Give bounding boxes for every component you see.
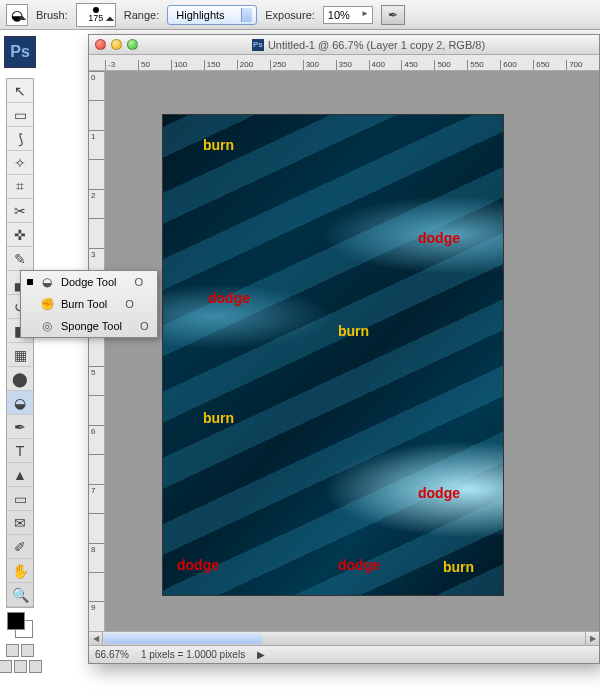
horizontal-scrollbar[interactable]: ◀ ▶ (89, 631, 599, 645)
ruler-tick: 650 (533, 60, 566, 70)
ruler-tick (89, 572, 104, 601)
ruler-tick: 1 (89, 130, 104, 159)
flyout-shortcut: O (125, 298, 134, 310)
edit-mode-quickmask[interactable] (21, 644, 34, 657)
magic-wand-tool[interactable]: ✧ (7, 151, 33, 175)
ps-logo: Ps (4, 36, 36, 68)
healing-brush-tool[interactable]: ✜ (7, 223, 33, 247)
vertical-ruler[interactable]: 0123456789 (89, 71, 105, 631)
screen-mode-2[interactable] (14, 660, 27, 673)
blur-tool[interactable]: ⬤ (7, 367, 33, 391)
ruler-tick: 8 (89, 543, 104, 572)
sponge-tool-item-icon: ◎ (39, 318, 55, 334)
range-dropdown[interactable]: Highlights (167, 5, 257, 25)
burn-annotation: burn (443, 559, 474, 575)
ruler-tick: 350 (336, 60, 369, 70)
move-tool[interactable]: ↖ (7, 79, 33, 103)
flyout-shortcut: O (140, 320, 149, 332)
notes-tool[interactable]: ✉ (7, 511, 33, 535)
crop-tool[interactable]: ⌗ (7, 175, 33, 199)
ruler-tick: 150 (204, 60, 237, 70)
shape-tool[interactable]: ▭ (7, 487, 33, 511)
options-bar: ◒ Brush: 175 Range: Highlights Exposure:… (0, 0, 600, 30)
document-title-text: Untitled-1 @ 66.7% (Layer 1 copy 2, RGB/… (268, 39, 485, 51)
zoom-tool[interactable]: 🔍 (7, 583, 33, 607)
horizontal-ruler[interactable]: -350100150200250300350400450500550600650… (89, 55, 599, 71)
edit-mode-standard[interactable] (6, 644, 19, 657)
dodge-annotation: dodge (177, 557, 219, 573)
burn-tool-item-icon: ✊ (39, 296, 55, 312)
type-tool[interactable]: T (7, 439, 33, 463)
hand-tool[interactable]: ✋ (7, 559, 33, 583)
ruler-tick: 6 (89, 425, 104, 454)
foreground-color-swatch[interactable] (7, 612, 25, 630)
ruler-tick: 550 (467, 60, 500, 70)
ruler-tick: 0 (89, 71, 104, 100)
app-column: Ps ↖▭⟆✧⌗✂✜✎▟↺◧▦⬤◒✒T▲▭✉✐✋🔍 (0, 30, 40, 698)
document-title: Ps Untitled-1 @ 66.7% (Layer 1 copy 2, R… (144, 39, 593, 51)
zoom-window-button[interactable] (127, 39, 138, 50)
ruler-tick (89, 159, 104, 188)
minimize-window-button[interactable] (111, 39, 122, 50)
tool-preset-picker[interactable]: ◒ (6, 4, 28, 26)
document-area: Ps Untitled-1 @ 66.7% (Layer 1 copy 2, R… (40, 30, 600, 698)
airbrush-toggle[interactable]: ✒ (381, 5, 405, 25)
exposure-label: Exposure: (265, 9, 315, 21)
dodge-annotation: dodge (418, 230, 460, 246)
flyout-item-label: Dodge Tool (61, 276, 116, 288)
scroll-thumb[interactable] (103, 633, 263, 644)
scroll-left-arrow[interactable]: ◀ (89, 632, 103, 645)
sponge-tool-item[interactable]: ◎Sponge ToolO (21, 315, 157, 337)
status-menu-arrow[interactable]: ▶ (257, 649, 265, 660)
ruler-tick: 2 (89, 189, 104, 218)
dodge-icon: ◒ (11, 7, 23, 23)
range-label: Range: (124, 9, 159, 21)
ruler-tick: 9 (89, 601, 104, 630)
slice-tool[interactable]: ✂ (7, 199, 33, 223)
status-bar: 66.67% 1 pixels = 1.0000 pixels ▶ (89, 645, 599, 663)
burn-tool-item[interactable]: ✊Burn ToolO (21, 293, 157, 315)
document-window: Ps Untitled-1 @ 66.7% (Layer 1 copy 2, R… (88, 34, 600, 664)
canvas-viewport[interactable]: burndodgedodgeburnburndodgedodgedodgebur… (105, 71, 599, 631)
path-selection-tool[interactable]: ▲ (7, 463, 33, 487)
window-controls (95, 39, 138, 50)
eyedropper-tool[interactable]: ✐ (7, 535, 33, 559)
brush-tool[interactable]: ✎ (7, 247, 33, 271)
close-window-button[interactable] (95, 39, 106, 50)
dodge-tool-item[interactable]: ◒Dodge ToolO (21, 271, 157, 293)
zoom-level[interactable]: 66.67% (95, 649, 129, 660)
ruler-tick (89, 395, 104, 424)
ps-doc-icon: Ps (252, 39, 264, 51)
color-swatches[interactable] (7, 612, 33, 638)
airbrush-icon: ✒ (388, 8, 398, 22)
gradient-tool[interactable]: ▦ (7, 343, 33, 367)
ruler-tick: 400 (369, 60, 402, 70)
ruler-tick: 100 (171, 60, 204, 70)
brush-picker[interactable]: 175 (76, 3, 116, 27)
scroll-right-arrow[interactable]: ▶ (585, 632, 599, 645)
active-indicator (27, 279, 33, 285)
window-titlebar[interactable]: Ps Untitled-1 @ 66.7% (Layer 1 copy 2, R… (89, 35, 599, 55)
lasso-tool[interactable]: ⟆ (7, 127, 33, 151)
ruler-tick: 300 (303, 60, 336, 70)
burn-annotation: burn (203, 410, 234, 426)
dodge-tool-item-icon: ◒ (39, 274, 55, 290)
ruler-tick (89, 336, 104, 365)
dodge-tool[interactable]: ◒ (7, 391, 33, 415)
pen-tool[interactable]: ✒ (7, 415, 33, 439)
marquee-tool[interactable]: ▭ (7, 103, 33, 127)
ruler-tick: 250 (270, 60, 303, 70)
ruler-tick: 600 (500, 60, 533, 70)
ruler-tick (89, 218, 104, 247)
screen-mode-1[interactable] (0, 660, 12, 673)
ruler-tick: 700 (566, 60, 599, 70)
dodge-annotation: dodge (208, 290, 250, 306)
exposure-input[interactable]: 10% (323, 6, 373, 24)
ruler-tick: 200 (237, 60, 270, 70)
ruler-tick (89, 513, 104, 542)
canvas[interactable]: burndodgedodgeburnburndodgedodgedodgebur… (163, 115, 503, 595)
dodge-annotation: dodge (338, 557, 380, 573)
dodge-annotation: dodge (418, 485, 460, 501)
ruler-tick (89, 454, 104, 483)
screen-mode-icons (6, 644, 34, 657)
